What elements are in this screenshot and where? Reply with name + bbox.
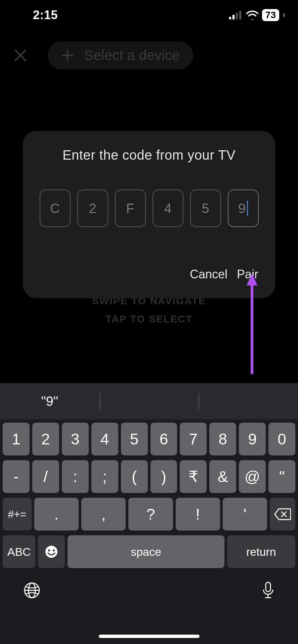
- key-3[interactable]: 3: [62, 423, 89, 455]
- code-cell-3[interactable]: 4: [153, 190, 183, 227]
- code-char: 4: [164, 201, 171, 216]
- keyboard-row-4: ABC space return: [3, 535, 295, 568]
- code-char: F: [126, 201, 134, 216]
- keyboard-row-1: 1 2 3 4 5 6 7 8 9 0: [3, 423, 295, 455]
- suggestion-divider: [99, 393, 100, 410]
- svg-rect-0: [229, 17, 231, 19]
- svg-rect-18: [266, 582, 270, 592]
- key-5[interactable]: 5: [121, 423, 148, 455]
- key-colon[interactable]: :: [62, 460, 89, 493]
- mic-icon[interactable]: [261, 581, 275, 600]
- code-cell-5[interactable]: 9: [228, 190, 259, 227]
- suggestion-0[interactable]: "9": [0, 394, 99, 409]
- code-char: 9: [238, 201, 246, 216]
- status-time: 2:15: [33, 8, 58, 22]
- suggestion-divider: [199, 393, 199, 410]
- battery-indicator: 73: [262, 9, 279, 21]
- backspace-icon: [274, 508, 291, 520]
- key-comma[interactable]: ,: [81, 498, 126, 531]
- code-char: C: [50, 201, 60, 216]
- globe-icon[interactable]: [23, 581, 41, 599]
- code-cell-0[interactable]: C: [40, 190, 71, 227]
- text-caret: [247, 201, 248, 216]
- key-backspace[interactable]: [270, 498, 295, 531]
- code-cell-1[interactable]: 2: [77, 190, 108, 227]
- svg-rect-2: [236, 13, 238, 19]
- key-paren-close[interactable]: ): [151, 460, 177, 493]
- code-cell-4[interactable]: 5: [190, 190, 221, 227]
- key-return[interactable]: return: [227, 535, 295, 568]
- svg-point-13: [48, 549, 50, 551]
- app-header: Select a device: [0, 34, 298, 77]
- emoji-icon: [44, 545, 58, 559]
- key-6[interactable]: 6: [151, 423, 177, 455]
- home-indicator[interactable]: [99, 635, 200, 638]
- key-question[interactable]: ?: [128, 498, 173, 531]
- svg-point-14: [53, 549, 55, 551]
- hint-tap: TAP TO SELECT: [0, 310, 298, 328]
- key-8[interactable]: 8: [209, 423, 236, 455]
- modal-title: Enter the code from your TV: [36, 148, 262, 163]
- keyboard-row-2: - / : ; ( ) ₹ & @ ": [3, 460, 295, 493]
- key-emoji[interactable]: [38, 535, 65, 568]
- key-ampersand[interactable]: &: [209, 460, 236, 493]
- key-exclaim[interactable]: !: [176, 498, 220, 531]
- key-9[interactable]: 9: [239, 423, 266, 455]
- status-indicators: 73: [229, 9, 285, 21]
- key-slash[interactable]: /: [32, 460, 59, 493]
- key-at[interactable]: @: [239, 460, 266, 493]
- svg-rect-1: [232, 15, 235, 19]
- key-0[interactable]: 0: [268, 423, 295, 455]
- key-rupee[interactable]: ₹: [180, 460, 207, 493]
- code-cell-2[interactable]: F: [115, 190, 146, 227]
- modal-actions: Cancel Pair: [36, 267, 262, 285]
- code-char: 5: [202, 201, 209, 216]
- battery-level: 73: [265, 10, 276, 20]
- cellular-icon: [229, 11, 243, 19]
- key-paren-open[interactable]: (: [121, 460, 148, 493]
- key-dash[interactable]: -: [3, 460, 30, 493]
- key-semicolon[interactable]: ;: [91, 460, 118, 493]
- keyboard: 1 2 3 4 5 6 7 8 9 0 - / : ; ( ) ₹ & @ " …: [0, 419, 298, 644]
- plus-icon: [61, 49, 74, 62]
- key-7[interactable]: 7: [180, 423, 207, 455]
- key-quote[interactable]: ": [268, 460, 295, 493]
- key-1[interactable]: 1: [3, 423, 30, 455]
- key-abc[interactable]: ABC: [3, 535, 35, 568]
- code-input-row: C 2 F 4 5 9: [36, 190, 262, 227]
- key-2[interactable]: 2: [32, 423, 59, 455]
- battery-cap: [283, 13, 285, 17]
- select-device-label: Select a device: [84, 47, 180, 63]
- keyboard-row-3: #+= . , ? ! ': [3, 498, 295, 531]
- keyboard-suggestion-bar: "9": [0, 383, 298, 419]
- cancel-button[interactable]: Cancel: [190, 267, 227, 281]
- key-apostrophe[interactable]: ': [223, 498, 267, 531]
- key-space[interactable]: space: [68, 535, 224, 568]
- svg-point-12: [45, 546, 57, 558]
- pairing-code-modal: Enter the code from your TV C 2 F 4 5 9 …: [23, 131, 275, 298]
- close-icon[interactable]: [13, 48, 28, 62]
- code-char: 2: [89, 201, 96, 216]
- key-more-symbols[interactable]: #+=: [3, 498, 32, 531]
- keyboard-bottom-row: [3, 573, 295, 600]
- key-4[interactable]: 4: [91, 423, 118, 455]
- wifi-icon: [246, 10, 259, 20]
- key-period[interactable]: .: [34, 498, 79, 531]
- svg-rect-3: [239, 11, 241, 19]
- status-bar: 2:15 73: [0, 0, 298, 30]
- select-device-pill[interactable]: Select a device: [48, 41, 193, 69]
- pair-button[interactable]: Pair: [237, 267, 258, 281]
